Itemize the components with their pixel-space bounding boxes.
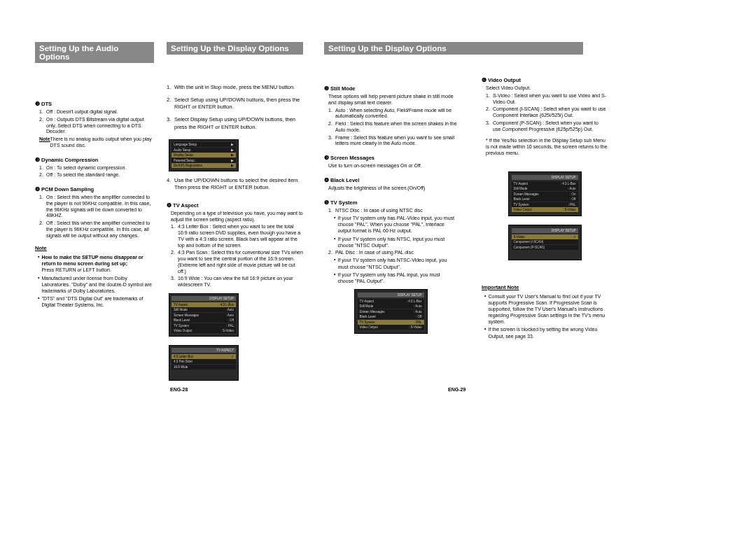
videoout-hd: ❻ Video Output	[482, 77, 608, 83]
col4: ❻ Video Output Select Video Output. 1.S-…	[482, 42, 608, 385]
screenshot-display-setup: DISPLAY SETUP TV Aspect: 4:3 L-Box Still…	[169, 293, 239, 337]
screenshot-display-setup2: DISPLAY SETUP TV Aspect: 4:3 L-Box Still…	[354, 289, 428, 334]
screenshot-video-output: DISPLAY SETUP S-Video✓ Component (I-SCAN…	[508, 225, 582, 261]
header-audio: Setting Up the Audio Options	[35, 42, 154, 63]
screenshot-display-setup3: DISPLAY SETUP TV Aspect: 4:3 L-Box Still…	[508, 171, 582, 216]
note-hd: Note	[35, 245, 154, 251]
screenshot-setup-menu: Language Setup▶ Audio Setup▶ Display Set…	[169, 139, 239, 171]
page-number-left: ENG-28	[170, 387, 188, 392]
tvsystem-hd: ❺ TV System	[324, 199, 457, 206]
manual-spread: Setting Up the Audio Options ❷ DTS 1.Off…	[0, 0, 756, 399]
importantnote-hd: Important Note	[482, 284, 608, 290]
screenmsg-hd: ❸ Screen Messages	[324, 155, 457, 161]
stillmode-hd: ❷ Still Mode	[324, 85, 457, 92]
col2: Setting Up the Display Options 1.With th…	[167, 42, 303, 385]
pcm-hd: ❹ PCM Down Sampling	[35, 186, 154, 192]
tvaspect-hd: ❶ TV Aspect	[167, 202, 303, 209]
col3: Setting Up the Display Options ❷ Still M…	[324, 42, 457, 385]
dts-hd: ❷ DTS	[35, 101, 154, 107]
page-number-right: ENG-29	[448, 387, 465, 392]
blacklevel-hd: ❹ Black Level	[324, 177, 457, 183]
screenshot-tv-aspect: TV ASPECT 4:3 Letter Box✓ 4:3 Pan Scan 1…	[169, 345, 239, 381]
header-display1: Setting Up the Display Options	[167, 42, 303, 55]
col1: Setting Up the Audio Options ❷ DTS 1.Off…	[35, 42, 154, 385]
dyn-hd: ❸ Dynamic Compression	[35, 157, 154, 163]
